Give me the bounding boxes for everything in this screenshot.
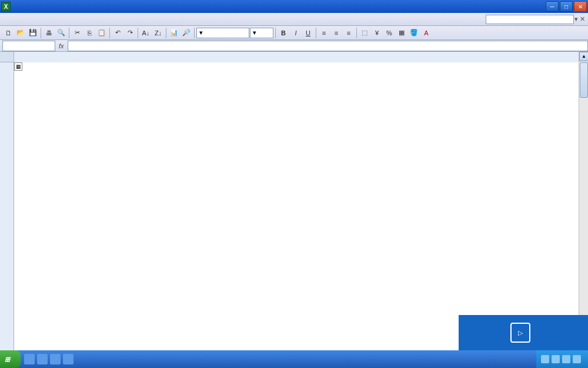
window-titlebar: X ─ □ ✕ — [0, 0, 588, 13]
new-file-icon[interactable]: 🗋 — [2, 27, 14, 39]
watermark-logo-icon: ▷ — [510, 323, 530, 343]
scroll-thumb[interactable] — [580, 62, 588, 98]
quick-launch — [21, 354, 77, 364]
tray-icon[interactable] — [552, 355, 560, 363]
align-left-icon[interactable]: ≡ — [318, 27, 330, 39]
tray-icon[interactable] — [541, 355, 549, 363]
windows-logo-icon: ⊞ — [5, 356, 10, 363]
fx-label[interactable]: fx — [55, 42, 68, 49]
name-box[interactable] — [2, 41, 55, 51]
copy-icon[interactable]: ⎘ — [83, 27, 95, 39]
cut-icon[interactable]: ✂ — [71, 27, 83, 39]
merge-icon[interactable]: ⬚ — [359, 27, 370, 39]
excel-icon: X — [1, 2, 11, 11]
align-right-icon[interactable]: ≡ — [343, 27, 355, 39]
help-search-input[interactable] — [486, 15, 574, 24]
font-selector[interactable]: ▾ — [196, 28, 249, 38]
italic-icon[interactable]: I — [290, 27, 302, 39]
minimize-button[interactable]: ─ — [546, 1, 559, 12]
autofill-options-button[interactable]: ▦ — [14, 62, 22, 71]
ql-icon[interactable] — [63, 354, 74, 364]
bold-icon[interactable]: B — [278, 27, 289, 39]
tray-icon[interactable] — [562, 355, 570, 363]
ql-icon[interactable] — [37, 354, 48, 364]
borders-icon[interactable]: ▦ — [396, 27, 407, 39]
formula-bar: fx — [0, 40, 588, 52]
font-size-selector[interactable]: ▾ — [250, 28, 273, 38]
tray-icon[interactable] — [573, 355, 581, 363]
open-file-icon[interactable]: 📂 — [15, 27, 26, 39]
fill-color-icon[interactable]: 🪣 — [408, 27, 420, 39]
maximize-button[interactable]: □ — [560, 1, 573, 12]
print-icon[interactable]: 🖶 — [43, 27, 55, 39]
align-center-icon[interactable]: ≡ — [330, 27, 342, 39]
zoom-icon[interactable]: 🔎 — [181, 27, 192, 39]
save-icon[interactable]: 💾 — [27, 27, 39, 39]
select-all-corner[interactable] — [0, 52, 14, 62]
watermark-badge: ▷ — [459, 315, 588, 350]
paste-icon[interactable]: 📋 — [96, 27, 108, 39]
spreadsheet-grid: ▦ ▲ ▼ — [0, 52, 588, 354]
font-color-icon[interactable]: A — [420, 27, 432, 39]
menu-chevron[interactable]: ▾ ✕ — [574, 15, 586, 23]
vertical-scrollbar[interactable]: ▲ ▼ — [579, 52, 588, 354]
percent-icon[interactable]: % — [383, 27, 395, 39]
redo-icon[interactable]: ↷ — [124, 27, 136, 39]
underline-icon[interactable]: U — [302, 27, 314, 39]
print-preview-icon[interactable]: 🔍 — [55, 27, 67, 39]
close-button[interactable]: ✕ — [574, 1, 587, 12]
sort-desc-icon[interactable]: Z↓ — [152, 27, 164, 39]
ql-icon[interactable] — [50, 354, 61, 364]
chart-icon[interactable]: 📊 — [168, 27, 180, 39]
formula-input[interactable] — [68, 41, 588, 51]
ql-icon[interactable] — [24, 354, 35, 364]
scroll-up-arrow[interactable]: ▲ — [579, 52, 588, 61]
system-tray — [536, 350, 588, 368]
undo-icon[interactable]: ↶ — [112, 27, 123, 39]
sort-asc-icon[interactable]: A↓ — [140, 27, 152, 39]
menu-bar: ▾ ✕ — [0, 13, 588, 26]
start-button[interactable]: ⊞ — [0, 350, 21, 368]
windows-taskbar: ⊞ — [0, 350, 588, 368]
standard-toolbar: 🗋 📂 💾 🖶 🔍 ✂ ⎘ 📋 ↶ ↷ A↓ Z↓ 📊 🔎 ▾ ▾ B I U … — [0, 26, 588, 40]
currency-icon[interactable]: ¥ — [371, 27, 383, 39]
